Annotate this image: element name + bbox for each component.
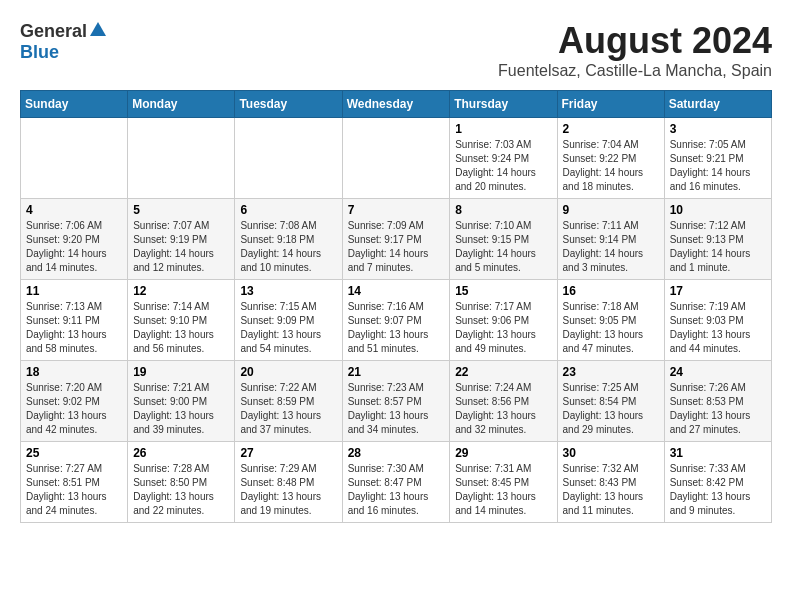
day-info: Sunrise: 7:27 AM Sunset: 8:51 PM Dayligh… — [26, 462, 122, 518]
calendar-cell: 6Sunrise: 7:08 AM Sunset: 9:18 PM Daylig… — [235, 199, 342, 280]
day-number: 21 — [348, 365, 445, 379]
logo-icon — [89, 20, 107, 42]
header-wednesday: Wednesday — [342, 91, 450, 118]
header-monday: Monday — [128, 91, 235, 118]
day-info: Sunrise: 7:22 AM Sunset: 8:59 PM Dayligh… — [240, 381, 336, 437]
day-number: 7 — [348, 203, 445, 217]
day-info: Sunrise: 7:11 AM Sunset: 9:14 PM Dayligh… — [563, 219, 659, 275]
calendar-cell: 12Sunrise: 7:14 AM Sunset: 9:10 PM Dayli… — [128, 280, 235, 361]
day-number: 6 — [240, 203, 336, 217]
day-info: Sunrise: 7:10 AM Sunset: 9:15 PM Dayligh… — [455, 219, 551, 275]
day-info: Sunrise: 7:21 AM Sunset: 9:00 PM Dayligh… — [133, 381, 229, 437]
calendar-cell: 30Sunrise: 7:32 AM Sunset: 8:43 PM Dayli… — [557, 442, 664, 523]
logo-blue: Blue — [20, 42, 59, 62]
day-number: 15 — [455, 284, 551, 298]
day-number: 16 — [563, 284, 659, 298]
day-number: 14 — [348, 284, 445, 298]
day-info: Sunrise: 7:13 AM Sunset: 9:11 PM Dayligh… — [26, 300, 122, 356]
day-number: 26 — [133, 446, 229, 460]
calendar-table: Sunday Monday Tuesday Wednesday Thursday… — [20, 90, 772, 523]
header-thursday: Thursday — [450, 91, 557, 118]
calendar-cell — [235, 118, 342, 199]
day-info: Sunrise: 7:04 AM Sunset: 9:22 PM Dayligh… — [563, 138, 659, 194]
calendar-week-row: 25Sunrise: 7:27 AM Sunset: 8:51 PM Dayli… — [21, 442, 772, 523]
day-info: Sunrise: 7:24 AM Sunset: 8:56 PM Dayligh… — [455, 381, 551, 437]
calendar-cell: 27Sunrise: 7:29 AM Sunset: 8:48 PM Dayli… — [235, 442, 342, 523]
day-number: 29 — [455, 446, 551, 460]
calendar-week-row: 1Sunrise: 7:03 AM Sunset: 9:24 PM Daylig… — [21, 118, 772, 199]
day-info: Sunrise: 7:32 AM Sunset: 8:43 PM Dayligh… — [563, 462, 659, 518]
day-number: 30 — [563, 446, 659, 460]
day-number: 27 — [240, 446, 336, 460]
calendar-cell: 11Sunrise: 7:13 AM Sunset: 9:11 PM Dayli… — [21, 280, 128, 361]
day-number: 8 — [455, 203, 551, 217]
calendar-cell: 14Sunrise: 7:16 AM Sunset: 9:07 PM Dayli… — [342, 280, 450, 361]
logo: General Blue — [20, 20, 107, 63]
day-info: Sunrise: 7:20 AM Sunset: 9:02 PM Dayligh… — [26, 381, 122, 437]
day-number: 1 — [455, 122, 551, 136]
calendar-cell: 29Sunrise: 7:31 AM Sunset: 8:45 PM Dayli… — [450, 442, 557, 523]
title-area: August 2024 Fuentelsaz, Castille-La Manc… — [498, 20, 772, 80]
calendar-cell: 3Sunrise: 7:05 AM Sunset: 9:21 PM Daylig… — [664, 118, 771, 199]
calendar-cell: 18Sunrise: 7:20 AM Sunset: 9:02 PM Dayli… — [21, 361, 128, 442]
day-info: Sunrise: 7:03 AM Sunset: 9:24 PM Dayligh… — [455, 138, 551, 194]
day-info: Sunrise: 7:33 AM Sunset: 8:42 PM Dayligh… — [670, 462, 766, 518]
logo-general: General — [20, 21, 87, 42]
calendar-cell — [342, 118, 450, 199]
calendar-cell — [128, 118, 235, 199]
calendar-header-row: Sunday Monday Tuesday Wednesday Thursday… — [21, 91, 772, 118]
header-friday: Friday — [557, 91, 664, 118]
day-number: 11 — [26, 284, 122, 298]
calendar-cell: 23Sunrise: 7:25 AM Sunset: 8:54 PM Dayli… — [557, 361, 664, 442]
calendar-cell: 7Sunrise: 7:09 AM Sunset: 9:17 PM Daylig… — [342, 199, 450, 280]
day-info: Sunrise: 7:12 AM Sunset: 9:13 PM Dayligh… — [670, 219, 766, 275]
day-number: 3 — [670, 122, 766, 136]
day-info: Sunrise: 7:23 AM Sunset: 8:57 PM Dayligh… — [348, 381, 445, 437]
day-info: Sunrise: 7:06 AM Sunset: 9:20 PM Dayligh… — [26, 219, 122, 275]
day-info: Sunrise: 7:05 AM Sunset: 9:21 PM Dayligh… — [670, 138, 766, 194]
calendar-cell: 4Sunrise: 7:06 AM Sunset: 9:20 PM Daylig… — [21, 199, 128, 280]
calendar-cell — [21, 118, 128, 199]
day-number: 12 — [133, 284, 229, 298]
page-header: General Blue August 2024 Fuentelsaz, Cas… — [20, 20, 772, 80]
day-number: 17 — [670, 284, 766, 298]
calendar-cell: 10Sunrise: 7:12 AM Sunset: 9:13 PM Dayli… — [664, 199, 771, 280]
calendar-cell: 24Sunrise: 7:26 AM Sunset: 8:53 PM Dayli… — [664, 361, 771, 442]
day-info: Sunrise: 7:16 AM Sunset: 9:07 PM Dayligh… — [348, 300, 445, 356]
day-info: Sunrise: 7:31 AM Sunset: 8:45 PM Dayligh… — [455, 462, 551, 518]
day-number: 28 — [348, 446, 445, 460]
location-subtitle: Fuentelsaz, Castille-La Mancha, Spain — [498, 62, 772, 80]
header-sunday: Sunday — [21, 91, 128, 118]
calendar-cell: 21Sunrise: 7:23 AM Sunset: 8:57 PM Dayli… — [342, 361, 450, 442]
calendar-cell: 20Sunrise: 7:22 AM Sunset: 8:59 PM Dayli… — [235, 361, 342, 442]
day-number: 2 — [563, 122, 659, 136]
day-info: Sunrise: 7:08 AM Sunset: 9:18 PM Dayligh… — [240, 219, 336, 275]
calendar-cell: 9Sunrise: 7:11 AM Sunset: 9:14 PM Daylig… — [557, 199, 664, 280]
day-number: 20 — [240, 365, 336, 379]
day-number: 23 — [563, 365, 659, 379]
day-number: 31 — [670, 446, 766, 460]
day-number: 5 — [133, 203, 229, 217]
day-info: Sunrise: 7:29 AM Sunset: 8:48 PM Dayligh… — [240, 462, 336, 518]
day-info: Sunrise: 7:14 AM Sunset: 9:10 PM Dayligh… — [133, 300, 229, 356]
day-number: 9 — [563, 203, 659, 217]
calendar-cell: 17Sunrise: 7:19 AM Sunset: 9:03 PM Dayli… — [664, 280, 771, 361]
calendar-cell: 28Sunrise: 7:30 AM Sunset: 8:47 PM Dayli… — [342, 442, 450, 523]
calendar-week-row: 18Sunrise: 7:20 AM Sunset: 9:02 PM Dayli… — [21, 361, 772, 442]
calendar-cell: 19Sunrise: 7:21 AM Sunset: 9:00 PM Dayli… — [128, 361, 235, 442]
day-number: 13 — [240, 284, 336, 298]
calendar-cell: 16Sunrise: 7:18 AM Sunset: 9:05 PM Dayli… — [557, 280, 664, 361]
day-info: Sunrise: 7:19 AM Sunset: 9:03 PM Dayligh… — [670, 300, 766, 356]
day-number: 10 — [670, 203, 766, 217]
header-tuesday: Tuesday — [235, 91, 342, 118]
day-info: Sunrise: 7:26 AM Sunset: 8:53 PM Dayligh… — [670, 381, 766, 437]
calendar-cell: 15Sunrise: 7:17 AM Sunset: 9:06 PM Dayli… — [450, 280, 557, 361]
calendar-cell: 22Sunrise: 7:24 AM Sunset: 8:56 PM Dayli… — [450, 361, 557, 442]
day-info: Sunrise: 7:28 AM Sunset: 8:50 PM Dayligh… — [133, 462, 229, 518]
day-number: 22 — [455, 365, 551, 379]
day-info: Sunrise: 7:09 AM Sunset: 9:17 PM Dayligh… — [348, 219, 445, 275]
header-saturday: Saturday — [664, 91, 771, 118]
day-number: 24 — [670, 365, 766, 379]
day-info: Sunrise: 7:30 AM Sunset: 8:47 PM Dayligh… — [348, 462, 445, 518]
day-number: 19 — [133, 365, 229, 379]
